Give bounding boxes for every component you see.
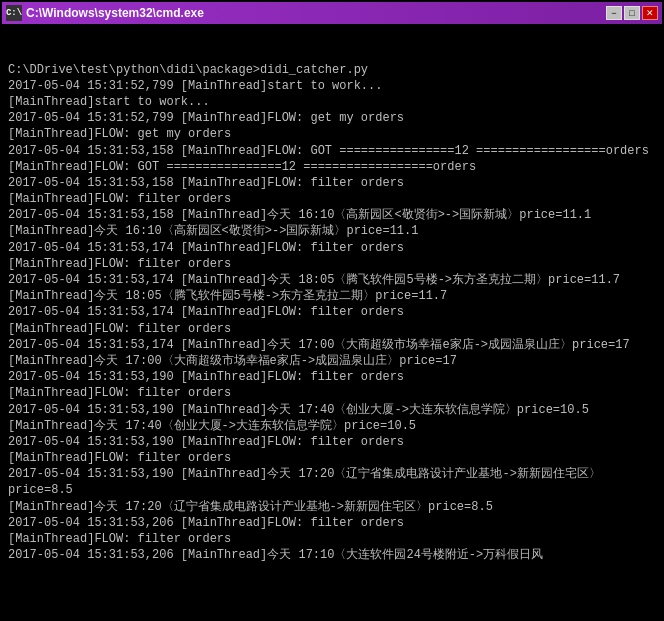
title-bar-controls: − □ ✕ bbox=[606, 6, 658, 20]
console-line: 2017-05-04 15:31:52,799 [MainThread]star… bbox=[8, 78, 656, 94]
console-line: 2017-05-04 15:31:53,206 [MainThread]FLOW… bbox=[8, 515, 656, 531]
console-line: [MainThread]今天 16:10〈高新园区<敬贤街>->国际新城〉pri… bbox=[8, 223, 656, 239]
console-line: [MainThread]今天 17:20〈辽宁省集成电路设计产业基地->新新园住… bbox=[8, 499, 656, 515]
console-line: 2017-05-04 15:31:53,190 [MainThread]FLOW… bbox=[8, 369, 656, 385]
console-line: [MainThread]FLOW: filter orders bbox=[8, 321, 656, 337]
console-line: [MainThread]今天 17:40〈创业大厦->大连东软信息学院〉pric… bbox=[8, 418, 656, 434]
console-line: [MainThread]FLOW: filter orders bbox=[8, 531, 656, 547]
console-line: [MainThread]FLOW: filter orders bbox=[8, 385, 656, 401]
console-line: [MainThread]FLOW: get my orders bbox=[8, 126, 656, 142]
close-button[interactable]: ✕ bbox=[642, 6, 658, 20]
console-output: C:\DDrive\test\python\didi\package>didi_… bbox=[2, 24, 662, 619]
maximize-button[interactable]: □ bbox=[624, 6, 640, 20]
console-line: [MainThread]今天 18:05〈腾飞软件园5号楼->东方圣克拉二期〉p… bbox=[8, 288, 656, 304]
title-bar: C:\ C:\Windows\system32\cmd.exe − □ ✕ bbox=[2, 2, 662, 24]
console-line: 2017-05-04 15:31:53,190 [MainThread]今天 1… bbox=[8, 466, 656, 498]
console-line: 2017-05-04 15:31:53,206 [MainThread]今天 1… bbox=[8, 547, 656, 563]
console-line: 2017-05-04 15:31:53,158 [MainThread]FLOW… bbox=[8, 143, 656, 159]
console-line: 2017-05-04 15:31:53,190 [MainThread]FLOW… bbox=[8, 434, 656, 450]
console-line: 2017-05-04 15:31:52,799 [MainThread]FLOW… bbox=[8, 110, 656, 126]
console-line: C:\DDrive\test\python\didi\package>didi_… bbox=[8, 62, 656, 78]
console-line: [MainThread]今天 17:00〈大商超级市场幸福e家店->成园温泉山庄… bbox=[8, 353, 656, 369]
console-line: [MainThread]FLOW: GOT ================12… bbox=[8, 159, 656, 175]
window-title: C:\Windows\system32\cmd.exe bbox=[26, 6, 204, 20]
console-line: [MainThread]start to work... bbox=[8, 94, 656, 110]
title-bar-left: C:\ C:\Windows\system32\cmd.exe bbox=[6, 5, 204, 21]
console-line: 2017-05-04 15:31:53,174 [MainThread]今天 1… bbox=[8, 272, 656, 288]
console-line: [MainThread]FLOW: filter orders bbox=[8, 450, 656, 466]
console-line: 2017-05-04 15:31:53,158 [MainThread]今天 1… bbox=[8, 207, 656, 223]
console-line: 2017-05-04 15:31:53,174 [MainThread]今天 1… bbox=[8, 337, 656, 353]
console-line: 2017-05-04 15:31:53,174 [MainThread]FLOW… bbox=[8, 304, 656, 320]
console-line: [MainThread]FLOW: filter orders bbox=[8, 191, 656, 207]
console-line: 2017-05-04 15:31:53,174 [MainThread]FLOW… bbox=[8, 240, 656, 256]
console-line: 2017-05-04 15:31:53,158 [MainThread]FLOW… bbox=[8, 175, 656, 191]
window-icon: C:\ bbox=[6, 5, 22, 21]
console-line: 2017-05-04 15:31:53,190 [MainThread]今天 1… bbox=[8, 402, 656, 418]
minimize-button[interactable]: − bbox=[606, 6, 622, 20]
console-line: [MainThread]FLOW: filter orders bbox=[8, 256, 656, 272]
cmd-window: C:\ C:\Windows\system32\cmd.exe − □ ✕ C:… bbox=[0, 0, 664, 621]
